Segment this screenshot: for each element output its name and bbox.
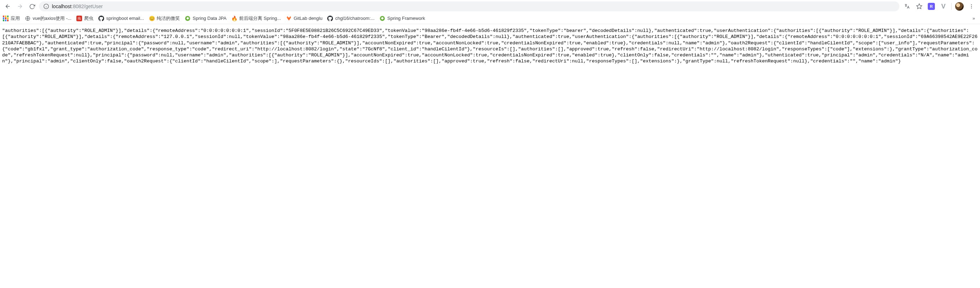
reload-button[interactable]	[27, 2, 37, 11]
bookmark-label: Spring Framework	[387, 16, 425, 21]
github-icon	[327, 16, 333, 21]
bookmark-spring-framework[interactable]: Spring Framework	[380, 16, 425, 21]
bookmark-vue-axios[interactable]: vue的axios使用 -...	[25, 15, 72, 22]
profile-avatar[interactable]	[955, 2, 964, 11]
browser-toolbar: localhost:8082/getUser R V	[0, 0, 980, 13]
address-bar[interactable]: localhost:8082/getUser	[39, 2, 899, 11]
forward-button[interactable]	[15, 2, 25, 11]
bookmark-gitlab-denglu[interactable]: GitLab denglu	[286, 16, 323, 21]
bug-icon: 虫	[76, 16, 82, 21]
bookmark-smile[interactable]: 😊 纯洁的微笑	[149, 15, 180, 22]
svg-point-6	[971, 8, 972, 8]
url-host: localhost	[52, 3, 72, 9]
url-text: localhost:8082/getUser	[52, 3, 103, 9]
bookmark-label: 爬虫	[84, 15, 94, 22]
bookmark-label: 前后端分离 Spring...	[239, 15, 281, 22]
svg-point-5	[971, 6, 972, 7]
bookmark-label: 纯洁的微笑	[157, 15, 180, 22]
bookmark-pachong[interactable]: 虫 爬虫	[76, 15, 94, 22]
site-info-icon[interactable]	[43, 3, 49, 9]
response-body: "authorities":[{"authority":"ROLE_ADMIN"…	[0, 24, 980, 68]
bookmark-label: vue的axios使用 -...	[33, 15, 72, 22]
bookmark-label: springboot email...	[106, 16, 144, 21]
globe-icon	[25, 16, 30, 21]
svg-marker-3	[917, 4, 922, 9]
svg-point-4	[971, 4, 972, 5]
bookmarks-overflow-button[interactable]: »	[970, 16, 977, 21]
translate-icon[interactable]	[903, 2, 912, 11]
bookmark-label: chgl16/chatroom:...	[335, 16, 374, 21]
back-button[interactable]	[3, 2, 13, 11]
smile-icon: 😊	[149, 16, 154, 21]
fire-icon: 🔥	[231, 16, 237, 21]
toolbar-right: R V	[902, 2, 977, 11]
bookmarks-bar: 应用 vue的axios使用 -... 虫 爬虫 springboot emai…	[0, 13, 980, 24]
bookmark-springboot-email[interactable]: springboot email...	[99, 16, 144, 21]
apps-button[interactable]: 应用	[3, 15, 20, 22]
bookmark-frontend-backend-spring[interactable]: 🔥 前后端分离 Spring...	[231, 15, 281, 22]
github-icon	[99, 16, 104, 21]
apps-grid-icon	[3, 16, 8, 21]
bookmark-star-icon[interactable]	[915, 2, 923, 11]
spring-icon	[380, 16, 385, 21]
menu-icon[interactable]	[967, 2, 976, 11]
extension-r-icon[interactable]: R	[927, 2, 935, 11]
bookmark-chgl16-chatroom[interactable]: chgl16/chatroom:...	[327, 16, 374, 21]
toolbar-divider	[951, 3, 951, 10]
gitlab-icon	[286, 16, 292, 21]
apps-label: 应用	[11, 15, 20, 22]
extension-v-icon[interactable]: V	[939, 2, 948, 11]
bookmark-label: Spring Data JPA	[192, 16, 226, 21]
url-path: :8082/getUser	[72, 3, 103, 9]
bookmark-label: GitLab denglu	[294, 16, 323, 21]
bookmark-spring-data-jpa[interactable]: Spring Data JPA	[185, 16, 226, 21]
spring-icon	[185, 16, 191, 21]
